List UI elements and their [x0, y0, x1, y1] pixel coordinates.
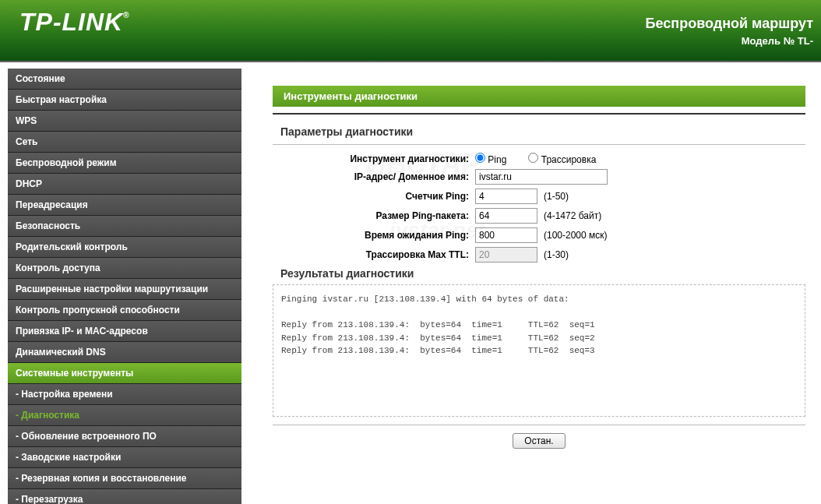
- nav-network[interactable]: Сеть: [8, 132, 241, 153]
- nav-reboot[interactable]: - Перезагрузка: [8, 489, 241, 504]
- header: TP-LINK® Беспроводной маршрут Модель № T…: [0, 0, 821, 62]
- nav-security[interactable]: Безопасность: [8, 216, 241, 237]
- hint-max-ttl: (1-30): [544, 249, 569, 260]
- label-tool: Инструмент диагностики:: [273, 153, 475, 164]
- nav-factory[interactable]: - Заводские настройки: [8, 447, 241, 468]
- nav-wireless[interactable]: Беспроводной режим: [8, 153, 241, 174]
- input-packet-size[interactable]: [475, 208, 537, 224]
- params-header: Параметры диагностики: [280, 125, 805, 138]
- header-right: Беспроводной маршрут Модель № TL-: [646, 16, 813, 47]
- nav-parental[interactable]: Родительский контроль: [8, 237, 241, 258]
- divider: [273, 113, 805, 115]
- hint-ping-count: (1-50): [544, 191, 569, 202]
- nav-firmware[interactable]: - Обновление встроенного ПО: [8, 426, 241, 447]
- product-title: Беспроводной маршрут: [646, 16, 813, 32]
- label-packet-size: Размер Ping-пакета:: [273, 210, 475, 221]
- input-timeout[interactable]: [475, 227, 537, 243]
- nav-access-control[interactable]: Контроль доступа: [8, 258, 241, 279]
- main-content: ИВСТАР ivstar.net Инструменты диагностик…: [241, 62, 821, 504]
- input-ip[interactable]: [475, 169, 608, 185]
- nav-status[interactable]: Состояние: [8, 69, 241, 90]
- nav-forwarding[interactable]: Переадресация: [8, 195, 241, 216]
- radio-trace-label[interactable]: Трассировка: [528, 153, 596, 165]
- hint-packet-size: (4-1472 байт): [544, 210, 601, 221]
- radio-trace[interactable]: [528, 153, 538, 163]
- product-model: Модель № TL-: [646, 35, 813, 47]
- hint-timeout: (100-2000 мск): [544, 230, 608, 241]
- nav-routing[interactable]: Расширенные настройки маршрутизации: [8, 279, 241, 300]
- nav-arp-binding[interactable]: Привязка IP- и MAC-адресов: [8, 321, 241, 342]
- label-ip: IP-адрес/ Доменное имя:: [273, 171, 475, 182]
- nav-backup-restore[interactable]: - Резервная копия и восстановление: [8, 468, 241, 489]
- results-header: Результаты диагностики: [280, 267, 805, 280]
- divider: [273, 144, 805, 145]
- nav-dhcp[interactable]: DHCP: [8, 174, 241, 195]
- nav-ddns[interactable]: Динамический DNS: [8, 342, 241, 363]
- nav-quick-setup[interactable]: Быстрая настройка: [8, 90, 241, 111]
- divider: [273, 425, 805, 425]
- nav-diagnostics[interactable]: - Диагностика: [8, 405, 241, 426]
- nav-system-tools[interactable]: Системные инструменты: [8, 363, 241, 384]
- sidebar: Состояние Быстрая настройка WPS Сеть Бес…: [0, 62, 241, 504]
- radio-ping-label[interactable]: Ping: [475, 153, 506, 165]
- label-max-ttl: Трассировка Max TTL:: [273, 249, 475, 260]
- stop-button[interactable]: Остан.: [513, 433, 565, 449]
- radio-ping[interactable]: [475, 153, 485, 163]
- input-ping-count[interactable]: [475, 189, 537, 204]
- label-timeout: Время ожидания Ping:: [273, 230, 475, 241]
- input-max-ttl: [475, 247, 537, 263]
- nav-wps[interactable]: WPS: [8, 111, 241, 132]
- nav-time-settings[interactable]: - Настройка времени: [8, 384, 241, 405]
- nav-bandwidth[interactable]: Контроль пропускной способности: [8, 300, 241, 321]
- results-box: Pinging ivstar.ru [213.108.139.4] with 6…: [273, 284, 805, 417]
- page-title: Инструменты диагностики: [273, 86, 805, 107]
- label-ping-count: Счетчик Ping:: [273, 191, 475, 202]
